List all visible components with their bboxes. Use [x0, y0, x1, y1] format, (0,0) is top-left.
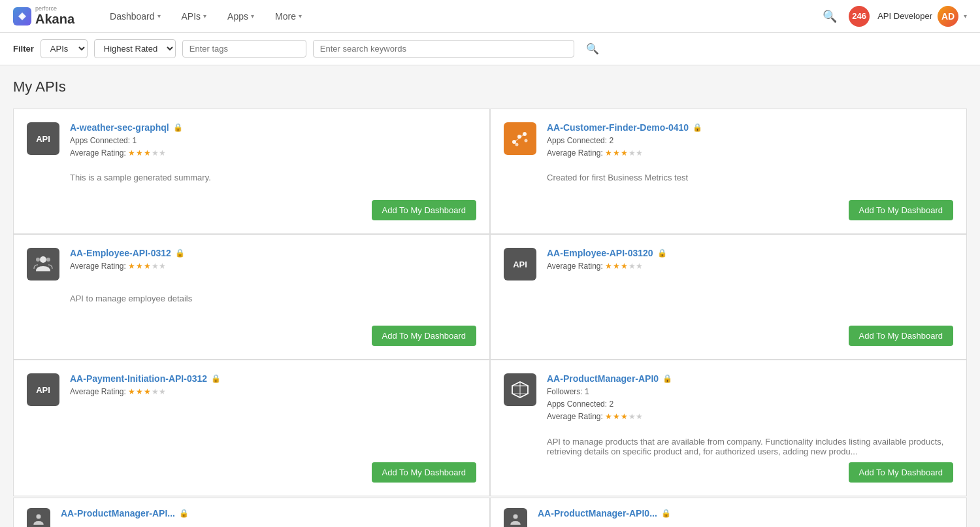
api-name-link[interactable]: AA-ProductManager-API0 🔒	[547, 373, 672, 384]
more-caret: ▾	[299, 12, 302, 20]
star-filled: ★	[128, 148, 136, 158]
add-to-dashboard-button[interactable]: Add To My Dashboard	[849, 326, 953, 346]
star-filled: ★	[621, 412, 629, 421]
search-icon[interactable]: 🔍	[819, 5, 841, 27]
api-apps-connected: Apps Connected: 2	[547, 398, 953, 411]
api-apps-connected: Apps Connected: 2	[547, 135, 953, 147]
api-rating: Average Rating: ★★★★★	[547, 411, 953, 423]
partial-icon-svg	[508, 512, 523, 527]
main-content: My APIs API A-weather-sec-graphql 🔒 Apps…	[0, 65, 980, 527]
brand-logo[interactable]: perforce Akana	[13, 6, 74, 27]
api-rating: Average Rating: ★★★★★	[547, 260, 953, 273]
filter-search-input[interactable]	[313, 40, 574, 58]
svg-point-7	[40, 256, 46, 263]
user-avatar: AD	[938, 6, 958, 27]
api-card-header: API AA-Employee-API-03120 🔒 Average Rati…	[504, 248, 953, 280]
star-filled: ★	[144, 262, 152, 271]
api-grid-partial: AA-ProductManager-API... 🔒 AA-ProductMan…	[13, 498, 967, 527]
api-description: Created for first Business Metrics test	[504, 173, 953, 194]
nav-apis[interactable]: APIs ▾	[172, 6, 216, 27]
filter-tags-input[interactable]	[182, 40, 306, 58]
api-name-link-partial[interactable]: AA-ProductManager-API0... 🔒	[538, 508, 671, 518]
user-info[interactable]: API Developer AD ▾	[877, 6, 967, 27]
nav-right: 🔍 246 API Developer AD ▾	[819, 5, 967, 27]
star-filled: ★	[136, 262, 144, 271]
lock-icon-partial: 🔒	[179, 509, 189, 518]
star-empty: ★	[159, 262, 166, 271]
nav-apps[interactable]: Apps ▾	[218, 6, 263, 27]
api-card-partial: AA-ProductManager-API... 🔒	[14, 498, 489, 527]
dashboard-caret: ▾	[157, 12, 161, 20]
api-card: API AA-Payment-Initiation-API-0312 🔒 Ave…	[14, 360, 489, 496]
api-card-partial: AA-ProductManager-API0... 🔒	[491, 498, 966, 527]
star-filled: ★	[621, 148, 629, 158]
api-rating: Average Rating: ★★★★★	[70, 147, 476, 160]
star-filled: ★	[144, 387, 152, 396]
filter-rating-select[interactable]: Highest Rated Newest Most Popular	[94, 39, 176, 58]
api-name-link[interactable]: AA-Employee-API-0312 🔒	[70, 248, 185, 258]
user-caret: ▾	[964, 12, 967, 20]
apps-caret: ▾	[251, 12, 254, 20]
api-rating: Average Rating: ★★★★★	[547, 147, 953, 160]
lock-icon: 🔒	[693, 123, 702, 132]
star-filled: ★	[136, 148, 144, 158]
api-description: This is a sample generated summary.	[27, 173, 476, 194]
star-filled: ★	[613, 262, 621, 271]
star-filled: ★	[621, 262, 629, 271]
star-empty: ★	[152, 148, 159, 158]
api-apps-connected: Apps Connected: 1	[70, 135, 476, 147]
api-card-header: API AA-Payment-Initiation-API-0312 🔒 Ave…	[27, 373, 476, 406]
star-empty: ★	[629, 262, 636, 271]
api-icon: API	[27, 373, 59, 406]
api-name-link[interactable]: AA-Customer-Finder-Demo-0410 🔒	[547, 122, 702, 133]
star-filled: ★	[613, 148, 621, 158]
api-description: API to manage products that are availabl…	[504, 437, 953, 456]
filter-search-button[interactable]: 🔍	[581, 40, 604, 58]
star-empty: ★	[152, 262, 159, 271]
add-to-dashboard-button[interactable]: Add To My Dashboard	[372, 462, 476, 483]
api-description: API to manage employee details	[27, 294, 476, 320]
api-icon: API	[504, 248, 536, 280]
api-info: A-weather-sec-graphql 🔒 Apps Connected: …	[70, 122, 476, 160]
add-to-dashboard-button[interactable]: Add To My Dashboard	[849, 462, 953, 483]
api-info: AA-Employee-API-0312 🔒 Average Rating: ★…	[70, 248, 476, 273]
svg-point-9	[46, 258, 50, 262]
api-info: AA-ProductManager-API0 🔒 Followers: 1App…	[547, 373, 953, 424]
star-filled: ★	[136, 387, 144, 396]
api-name-link[interactable]: AA-Employee-API-03120 🔒	[547, 248, 667, 258]
star-empty: ★	[159, 148, 166, 158]
filter-label: Filter	[13, 44, 34, 54]
star-filled: ★	[128, 387, 136, 396]
nav-more[interactable]: More ▾	[266, 6, 311, 27]
api-icon	[504, 122, 536, 155]
star-filled: ★	[613, 412, 621, 421]
nav-dashboard[interactable]: Dashboard ▾	[101, 6, 170, 27]
api-icon: API	[27, 122, 59, 155]
nav-links: Dashboard ▾ APIs ▾ Apps ▾ More ▾	[101, 6, 819, 27]
api-name-link[interactable]: A-weather-sec-graphql 🔒	[70, 122, 183, 133]
api-name-link-partial[interactable]: AA-ProductManager-API... 🔒	[61, 508, 189, 518]
add-to-dashboard-button[interactable]: Add To My Dashboard	[849, 200, 953, 220]
api-card-header-partial: AA-ProductManager-API... 🔒	[27, 508, 476, 527]
api-description	[504, 294, 953, 320]
star-filled: ★	[605, 412, 613, 421]
svg-line-6	[513, 133, 526, 143]
box-icon-svg	[509, 379, 531, 401]
api-icon	[27, 248, 59, 280]
add-to-dashboard-button[interactable]: Add To My Dashboard	[372, 200, 476, 220]
star-filled: ★	[605, 148, 613, 158]
star-empty: ★	[629, 412, 636, 421]
api-name-link[interactable]: AA-Payment-Initiation-API-0312 🔒	[70, 373, 221, 384]
api-card: API AA-Employee-API-03120 🔒 Average Rati…	[491, 235, 966, 359]
api-description	[27, 419, 476, 456]
api-rating: Average Rating: ★★★★★	[70, 386, 476, 398]
star-filled: ★	[605, 262, 613, 271]
brand-icon	[13, 7, 31, 26]
lock-icon: 🔒	[657, 248, 667, 258]
svg-point-8	[36, 258, 40, 262]
star-filled: ★	[128, 262, 136, 271]
notification-badge[interactable]: 246	[849, 6, 870, 27]
add-to-dashboard-button[interactable]: Add To My Dashboard	[372, 326, 476, 346]
star-empty: ★	[159, 387, 166, 396]
filter-type-select[interactable]: APIs Apps	[41, 39, 88, 58]
